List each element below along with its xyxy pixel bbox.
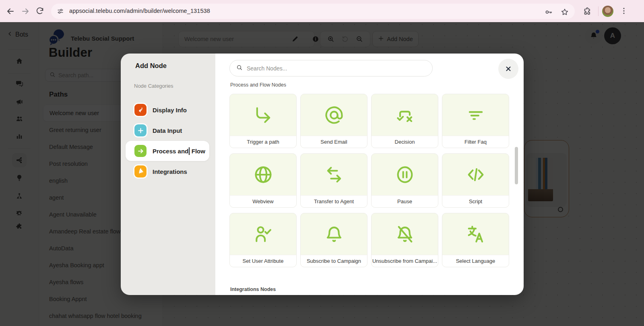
node-card-decision[interactable]: Decision (371, 94, 438, 148)
display-info-icon (134, 104, 147, 116)
section-title: Process and Flow Nodes (230, 82, 286, 88)
send-email-at-icon (301, 94, 367, 136)
decision-icon (372, 94, 438, 136)
node-grid: Trigger a path Send Email Decision Filte… (229, 94, 509, 267)
node-card-filter-faq[interactable]: Filter Faq (442, 94, 509, 148)
close-icon (505, 65, 512, 72)
script-code-icon (442, 154, 509, 195)
webview-globe-icon (230, 154, 296, 195)
node-categories-label: Node Categories (134, 83, 173, 89)
node-search[interactable] (229, 60, 433, 76)
modal-sidebar: Add Node Node Categories Display Info Da… (121, 54, 215, 295)
node-search-input[interactable] (247, 65, 416, 72)
node-card-subscribe-to-campaign[interactable]: Subscribe to Campaign (300, 213, 367, 267)
browser-profile-avatar[interactable] (602, 6, 613, 17)
add-node-modal: Add Node Node Categories Display Info Da… (121, 54, 524, 295)
category-display-info[interactable]: Display Info (126, 100, 209, 120)
unsubscribe-bell-off-icon (372, 213, 438, 255)
site-info-icon[interactable] (57, 8, 64, 15)
process-and-flow-icon (134, 145, 147, 157)
integrations-icon (134, 165, 147, 177)
node-card-trigger-a-path[interactable]: Trigger a path (229, 94, 297, 148)
data-input-icon (134, 124, 147, 136)
chrome-divider (598, 6, 599, 16)
modal-main: Process and Flow Nodes Trigger a path Se… (215, 54, 524, 295)
browser-forward-icon[interactable] (21, 6, 30, 16)
node-card-pause[interactable]: Pause (371, 153, 438, 208)
bookmark-star-icon[interactable] (560, 8, 569, 17)
node-card-send-email[interactable]: Send Email (300, 94, 367, 148)
browser-menu-icon[interactable] (619, 6, 628, 15)
url-text[interactable]: appsocial.telebu.com/admin/builder/welco… (69, 8, 210, 14)
node-card-select-language[interactable]: Select Language (442, 213, 509, 267)
modal-title: Add Node (135, 62, 167, 70)
set-user-attribute-icon (230, 213, 296, 255)
node-card-unsubscribe-from-campaign[interactable]: Unsubscribe from Campai... (371, 213, 438, 267)
filter-faq-icon (442, 94, 509, 136)
browser-reload-icon[interactable] (35, 6, 45, 16)
process-and-flow-label: Process and Flow (153, 147, 205, 155)
node-card-webview[interactable]: Webview (229, 153, 297, 208)
transfer-to-agent-icon (301, 154, 367, 195)
address-bar[interactable]: appsocial.telebu.com/admin/builder/welco… (51, 4, 575, 19)
text-caret (189, 147, 190, 155)
modal-scrollbar[interactable] (515, 147, 518, 184)
browser-back-icon[interactable] (6, 6, 15, 16)
subscribe-bell-icon (301, 213, 367, 255)
select-language-translate-icon (442, 213, 509, 255)
search-icon (236, 64, 243, 72)
extensions-puzzle-icon[interactable] (583, 7, 592, 16)
trigger-a-path-icon (230, 94, 296, 136)
node-card-transfer-to-agent[interactable]: Transfer to Agent (300, 153, 367, 208)
category-data-input[interactable]: Data Input (126, 120, 209, 140)
node-card-script[interactable]: Script (442, 153, 509, 208)
category-process-and-flow[interactable]: Process and Flow (126, 141, 209, 161)
next-section-title: Integrations Nodes (230, 287, 276, 292)
password-key-icon[interactable] (544, 8, 553, 17)
node-card-set-user-attribute[interactable]: Set User Attribute (229, 213, 297, 267)
category-integrations[interactable]: Integrations (126, 161, 209, 182)
close-button[interactable] (498, 59, 518, 79)
browser-chrome: appsocial.telebu.com/admin/builder/welco… (0, 0, 644, 22)
pause-icon (372, 154, 438, 195)
